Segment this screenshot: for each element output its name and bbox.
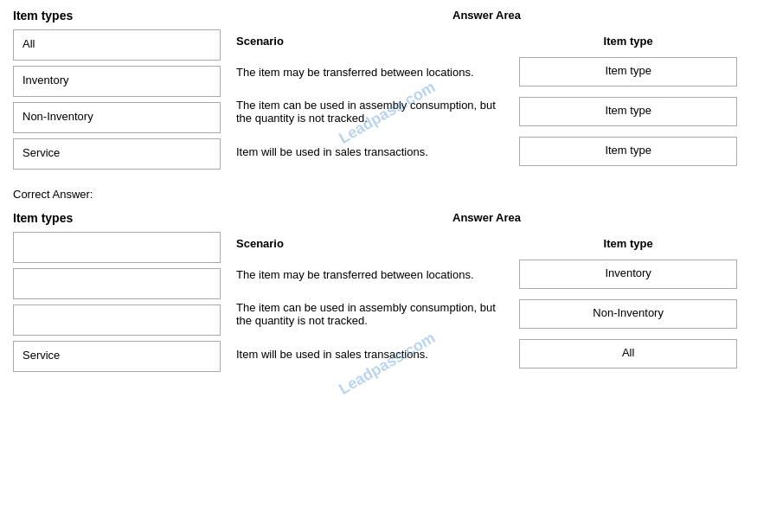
top-answer-box-1[interactable]: Item type	[512, 52, 744, 92]
top-scenario-1: The item may be transferred between loca…	[229, 52, 512, 92]
bottom-answer-box-3[interactable]: All	[512, 334, 744, 374]
table-row: The item can be used in assembly consump…	[229, 92, 744, 131]
bottom-item-types-title: Item types	[13, 211, 221, 225]
top-item-service[interactable]: Service	[13, 138, 221, 170]
bottom-item-empty-3[interactable]	[13, 304, 221, 336]
top-answer-area: Answer Area Scenario Item type The item …	[229, 9, 744, 175]
top-item-types-title: Item types	[13, 9, 221, 22]
table-row: Item will be used in sales transactions.…	[229, 334, 744, 374]
bottom-answer-box-1[interactable]: Inventory	[512, 254, 744, 294]
top-answer-box-2[interactable]: Item type	[512, 92, 744, 131]
bottom-scenario-1: The item may be transferred between loca…	[229, 254, 512, 294]
bottom-scenario-2: The item can be used in assembly consump…	[229, 294, 512, 334]
bottom-answer-area-title: Answer Area	[229, 211, 744, 224]
bottom-col-item-type: Item type	[512, 233, 744, 254]
bottom-item-empty-2[interactable]	[13, 268, 221, 299]
top-item-inventory[interactable]: Inventory	[13, 66, 221, 97]
top-answer-box-3[interactable]: Item type	[512, 131, 744, 171]
bottom-col-scenario: Scenario	[229, 233, 512, 254]
bottom-item-service[interactable]: Service	[13, 341, 221, 372]
top-scenario-2: The item can be used in assembly consump…	[229, 92, 512, 131]
top-answer-table: Scenario Item type The item may be trans…	[229, 30, 744, 171]
top-left-panel: Item types All Inventory Non-Inventory S…	[13, 9, 221, 175]
top-item-all[interactable]: All	[13, 29, 221, 61]
top-col-item-type: Item type	[512, 30, 744, 52]
table-row: The item may be transferred between loca…	[229, 254, 744, 294]
table-row: The item can be used in assembly consump…	[229, 294, 744, 334]
table-row: The item may be transferred between loca…	[229, 52, 744, 92]
bottom-scenario-3: Item will be used in sales transactions.	[229, 334, 512, 374]
bottom-answer-area: Answer Area Scenario Item type The item …	[229, 211, 744, 377]
bottom-item-empty-1[interactable]	[13, 232, 221, 263]
bottom-answer-box-2[interactable]: Non-Inventory	[512, 294, 744, 334]
top-item-noninventory[interactable]: Non-Inventory	[13, 102, 221, 133]
top-answer-area-title: Answer Area	[229, 9, 744, 22]
bottom-answer-table: Scenario Item type The item may be trans…	[229, 233, 744, 374]
top-scenario-3: Item will be used in sales transactions.	[229, 131, 512, 171]
table-row: Item will be used in sales transactions.…	[229, 131, 744, 171]
correct-answer-label: Correct Answer:	[13, 188, 744, 201]
top-col-scenario: Scenario	[229, 30, 512, 52]
bottom-left-panel: Item types Service	[13, 211, 221, 377]
